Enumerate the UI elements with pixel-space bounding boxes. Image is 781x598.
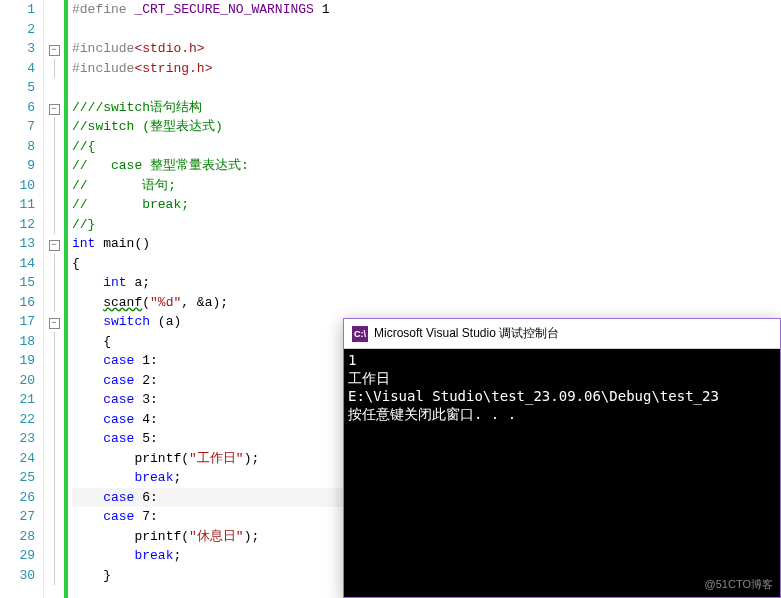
fold-cell xyxy=(44,59,64,79)
debug-console-window[interactable]: C:\ Microsoft Visual Studio 调试控制台 1 工作日 … xyxy=(343,318,781,598)
line-number: 17 xyxy=(0,312,35,332)
fold-cell xyxy=(44,293,64,313)
code-line[interactable]: //switch (整型表达式) xyxy=(72,117,781,137)
code-line[interactable]: #define _CRT_SECURE_NO_WARNINGS 1 xyxy=(72,0,781,20)
fold-cell xyxy=(44,488,64,508)
fold-cell xyxy=(44,176,64,196)
fold-cell[interactable]: − xyxy=(44,98,64,118)
code-line[interactable]: // 语句; xyxy=(72,176,781,196)
line-number: 15 xyxy=(0,273,35,293)
fold-column[interactable]: −−−− xyxy=(44,0,64,598)
fold-cell xyxy=(44,117,64,137)
line-number: 26 xyxy=(0,488,35,508)
fold-cell xyxy=(44,332,64,352)
line-number: 25 xyxy=(0,468,35,488)
watermark: @51CTO博客 xyxy=(705,577,773,592)
code-line[interactable]: ////switch语句结构 xyxy=(72,98,781,118)
line-number: 28 xyxy=(0,527,35,547)
line-number: 11 xyxy=(0,195,35,215)
fold-cell[interactable]: − xyxy=(44,312,64,332)
fold-toggle-icon[interactable]: − xyxy=(49,104,60,115)
fold-cell xyxy=(44,351,64,371)
fold-cell xyxy=(44,566,64,586)
line-number: 6 xyxy=(0,98,35,118)
fold-cell xyxy=(44,410,64,430)
fold-cell xyxy=(44,0,64,20)
code-line[interactable]: { xyxy=(72,254,781,274)
fold-cell xyxy=(44,507,64,527)
fold-cell[interactable]: − xyxy=(44,39,64,59)
line-number: 13 xyxy=(0,234,35,254)
fold-cell xyxy=(44,78,64,98)
line-number: 30 xyxy=(0,566,35,586)
code-line[interactable]: // case 整型常量表达式: xyxy=(72,156,781,176)
fold-toggle-icon[interactable]: − xyxy=(49,240,60,251)
line-number: 24 xyxy=(0,449,35,469)
line-number: 9 xyxy=(0,156,35,176)
code-line[interactable]: int a; xyxy=(72,273,781,293)
console-icon: C:\ xyxy=(352,326,368,342)
fold-cell xyxy=(44,215,64,235)
fold-cell xyxy=(44,546,64,566)
fold-cell xyxy=(44,156,64,176)
line-number: 18 xyxy=(0,332,35,352)
fold-cell xyxy=(44,468,64,488)
code-line[interactable]: scanf("%d", &a); xyxy=(72,293,781,313)
code-line[interactable]: #include<stdio.h> xyxy=(72,39,781,59)
line-number: 14 xyxy=(0,254,35,274)
console-title-text: Microsoft Visual Studio 调试控制台 xyxy=(374,325,559,342)
console-output: 1 工作日 E:\Visual Studio\test_23.09.06\Deb… xyxy=(344,349,780,425)
line-number: 1 xyxy=(0,0,35,20)
fold-cell xyxy=(44,137,64,157)
code-line[interactable]: //} xyxy=(72,215,781,235)
fold-cell xyxy=(44,273,64,293)
line-number: 19 xyxy=(0,351,35,371)
fold-cell xyxy=(44,390,64,410)
line-number: 7 xyxy=(0,117,35,137)
code-line[interactable]: int main() xyxy=(72,234,781,254)
fold-cell xyxy=(44,371,64,391)
fold-cell xyxy=(44,449,64,469)
line-number: 8 xyxy=(0,137,35,157)
fold-toggle-icon[interactable]: − xyxy=(49,45,60,56)
code-line[interactable] xyxy=(72,20,781,40)
line-number: 3 xyxy=(0,39,35,59)
line-number-gutter: 1234567891011121314151617181920212223242… xyxy=(0,0,44,598)
line-number: 16 xyxy=(0,293,35,313)
fold-cell xyxy=(44,429,64,449)
fold-cell xyxy=(44,527,64,547)
line-number: 2 xyxy=(0,20,35,40)
line-number: 12 xyxy=(0,215,35,235)
fold-cell xyxy=(44,254,64,274)
fold-cell xyxy=(44,20,64,40)
code-line[interactable]: //{ xyxy=(72,137,781,157)
line-number: 5 xyxy=(0,78,35,98)
fold-cell xyxy=(44,195,64,215)
line-number: 23 xyxy=(0,429,35,449)
line-number: 27 xyxy=(0,507,35,527)
code-line[interactable]: // break; xyxy=(72,195,781,215)
line-number: 4 xyxy=(0,59,35,79)
line-number: 21 xyxy=(0,390,35,410)
code-line[interactable] xyxy=(72,78,781,98)
fold-toggle-icon[interactable]: − xyxy=(49,318,60,329)
console-titlebar[interactable]: C:\ Microsoft Visual Studio 调试控制台 xyxy=(344,319,780,349)
line-number: 29 xyxy=(0,546,35,566)
code-line[interactable]: #include<string.h> xyxy=(72,59,781,79)
line-number: 10 xyxy=(0,176,35,196)
line-number: 20 xyxy=(0,371,35,391)
fold-cell[interactable]: − xyxy=(44,234,64,254)
line-number: 22 xyxy=(0,410,35,430)
